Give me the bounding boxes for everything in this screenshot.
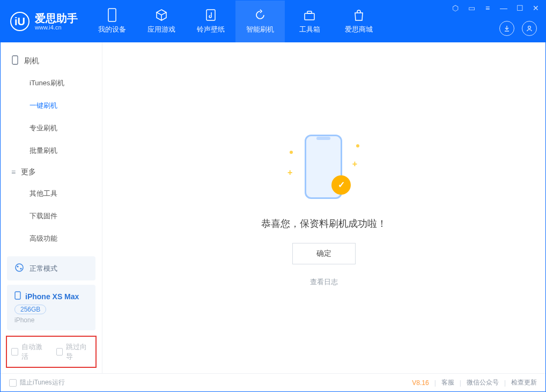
svg-point-8 — [20, 268, 21, 269]
sidebar-group-title: 刷机 — [24, 56, 39, 66]
tab-apps-games[interactable]: 应用游戏 — [137, 1, 186, 42]
checkbox-icon — [11, 348, 18, 356]
logo-area: iU 爱思助手 www.i4.cn — [1, 1, 87, 42]
tab-store[interactable]: 爱思商城 — [334, 1, 383, 42]
tab-toolbox[interactable]: 工具箱 — [285, 1, 334, 42]
tab-label: 应用游戏 — [147, 25, 175, 34]
sidebar-item-oneclick-flash[interactable]: 一键刷机 — [1, 94, 102, 117]
bag-icon — [352, 9, 365, 21]
refresh-icon — [254, 9, 267, 21]
download-button[interactable] — [499, 21, 514, 36]
logo-text: 爱思助手 www.i4.cn — [35, 12, 78, 31]
checkbox-icon — [9, 379, 17, 387]
main-content: ✓ + + 恭喜您，保资料刷机成功啦！ 确定 查看日志 — [102, 42, 545, 373]
checkmark-badge-icon: ✓ — [331, 175, 351, 195]
device-icon — [106, 9, 119, 21]
device-name: iPhone XS Max — [25, 292, 79, 301]
svg-rect-2 — [305, 13, 314, 20]
phone-icon — [11, 55, 19, 66]
view-log-link[interactable]: 查看日志 — [310, 277, 338, 287]
sidebar-item-pro-flash[interactable]: 专业刷机 — [1, 117, 102, 139]
device-name-row: iPhone XS Max — [14, 291, 88, 301]
footer-link-wechat[interactable]: 微信公众号 — [467, 378, 499, 387]
tab-label: 爱思商城 — [345, 25, 373, 34]
tab-label: 铃声壁纸 — [197, 25, 225, 34]
close-button[interactable]: ✕ — [532, 4, 540, 12]
sidebar-group-title: 更多 — [21, 167, 36, 177]
app-window: iU 爱思助手 www.i4.cn 我的设备 应用游戏 铃声壁纸 智能刷机 — [0, 0, 546, 392]
svg-rect-5 — [12, 56, 18, 64]
success-illustration: ✓ + + — [286, 129, 361, 204]
phone-notch-graphic — [316, 137, 330, 140]
svg-point-4 — [528, 26, 531, 29]
sidebar-item-download-firmware[interactable]: 下载固件 — [1, 205, 102, 227]
sidebar-group-flash: 刷机 — [1, 50, 102, 72]
divider: | — [504, 379, 506, 387]
sidebar: 刷机 iTunes刷机 一键刷机 专业刷机 批量刷机 ≡ 更多 其他工具 下载固… — [1, 42, 102, 373]
window-controls: ⬡ ▭ ≡ — ☐ ✕ — [451, 4, 540, 12]
device-capacity: 256GB — [14, 305, 46, 314]
cube-icon — [155, 9, 168, 21]
success-message: 恭喜您，保资料刷机成功啦！ — [261, 217, 387, 230]
tab-smart-flash[interactable]: 智能刷机 — [235, 1, 285, 42]
tab-ringtones-wallpapers[interactable]: 铃声壁纸 — [186, 1, 235, 42]
device-type: iPhone — [14, 316, 88, 324]
sidebar-item-other-tools[interactable]: 其他工具 — [1, 182, 102, 205]
tab-my-device[interactable]: 我的设备 — [87, 1, 137, 42]
skip-guide-label: 跳过向导 — [66, 342, 91, 361]
block-itunes-label: 阻止iTunes运行 — [20, 378, 65, 387]
sidebar-bottom: 正常模式 iPhone XS Max 256GB iPhone 自动激活 — [1, 252, 102, 373]
body: 刷机 iTunes刷机 一键刷机 专业刷机 批量刷机 ≡ 更多 其他工具 下载固… — [1, 42, 545, 373]
toolbox-icon — [303, 9, 316, 21]
divider: | — [460, 379, 461, 387]
footer-link-update[interactable]: 检查更新 — [511, 378, 537, 387]
svg-rect-9 — [15, 292, 20, 299]
tab-label: 工具箱 — [299, 25, 320, 34]
auto-activate-label: 自动激活 — [21, 342, 47, 361]
spark-plus-icon: + — [287, 168, 292, 177]
footer-right: V8.16 | 客服 | 微信公众号 | 检查更新 — [412, 378, 537, 387]
options-row: 自动激活 跳过向导 — [6, 336, 97, 368]
sidebar-item-advanced[interactable]: 高级功能 — [1, 227, 102, 250]
svg-point-6 — [16, 264, 23, 271]
svg-rect-0 — [108, 9, 116, 21]
spark-plus-icon: + — [352, 159, 357, 169]
tab-label: 我的设备 — [98, 25, 126, 34]
list-icon: ≡ — [11, 168, 16, 176]
header: iU 爱思助手 www.i4.cn 我的设备 应用游戏 铃声壁纸 智能刷机 — [1, 1, 545, 42]
svg-point-7 — [17, 265, 18, 267]
block-itunes-checkbox[interactable]: 阻止iTunes运行 — [9, 378, 65, 387]
spark-dot-icon — [356, 144, 359, 147]
sidebar-group-more: ≡ 更多 — [1, 162, 102, 182]
logo-icon: iU — [10, 12, 29, 31]
footer: 阻止iTunes运行 V8.16 | 客服 | 微信公众号 | 检查更新 — [1, 373, 545, 391]
device-box[interactable]: iPhone XS Max 256GB iPhone — [7, 285, 95, 330]
top-tabs: 我的设备 应用游戏 铃声壁纸 智能刷机 工具箱 爱思商城 — [87, 1, 383, 42]
mode-box[interactable]: 正常模式 — [7, 256, 95, 280]
svg-rect-1 — [206, 10, 215, 20]
ok-button[interactable]: 确定 — [292, 243, 356, 264]
note-icon[interactable]: ▭ — [467, 4, 476, 12]
version-label: V8.16 — [412, 379, 429, 387]
app-subtitle: www.i4.cn — [35, 24, 78, 31]
device-phone-icon — [14, 291, 21, 301]
spark-dot-icon — [290, 151, 293, 154]
mode-label: 正常模式 — [29, 264, 57, 273]
sidebar-item-itunes-flash[interactable]: iTunes刷机 — [1, 72, 102, 94]
shirt-icon[interactable]: ⬡ — [451, 4, 460, 12]
footer-link-support[interactable]: 客服 — [441, 378, 454, 387]
skip-guide-checkbox[interactable]: 跳过向导 — [56, 342, 92, 361]
menu-icon[interactable]: ≡ — [483, 4, 492, 12]
header-actions — [499, 21, 537, 36]
minimize-button[interactable]: — — [499, 4, 508, 12]
user-button[interactable] — [522, 21, 537, 36]
svg-rect-3 — [307, 11, 312, 13]
sidebar-item-batch-flash[interactable]: 批量刷机 — [1, 139, 102, 162]
auto-activate-checkbox[interactable]: 自动激活 — [11, 342, 47, 361]
music-icon — [204, 9, 217, 21]
divider: | — [434, 379, 436, 387]
maximize-button[interactable]: ☐ — [515, 4, 524, 12]
tab-label: 智能刷机 — [246, 25, 274, 34]
checkbox-icon — [56, 348, 63, 356]
app-title: 爱思助手 — [35, 12, 78, 24]
